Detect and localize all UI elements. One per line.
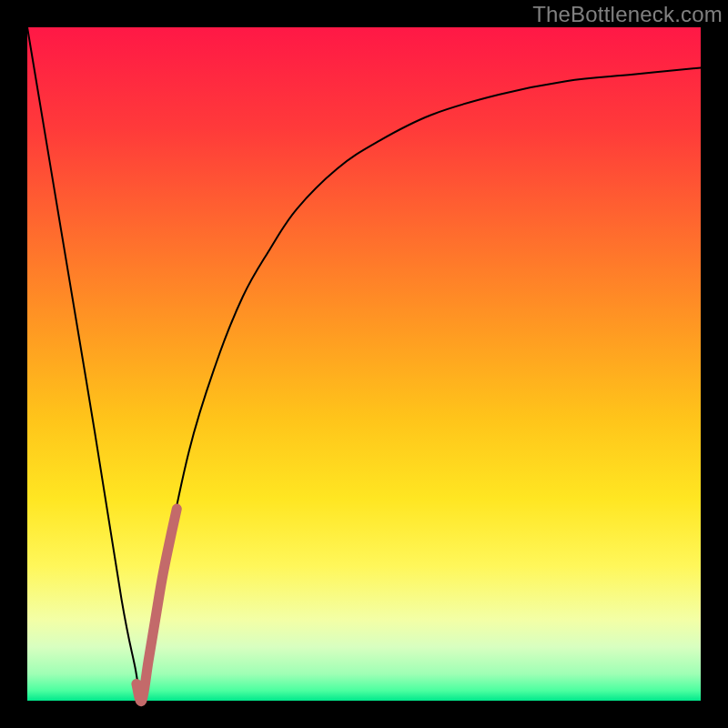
attribution-text: TheBottleneck.com — [532, 2, 723, 27]
chart-container: { "attribution": "TheBottleneck.com", "c… — [0, 0, 728, 728]
chart-svg — [0, 0, 728, 728]
plot-area — [27, 27, 701, 701]
